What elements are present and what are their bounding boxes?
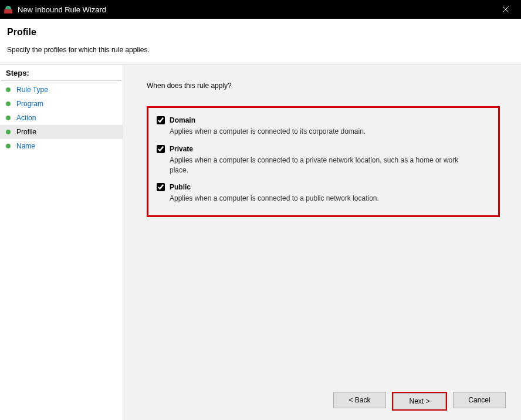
firewall-icon bbox=[4, 5, 13, 14]
bullet-icon bbox=[6, 87, 11, 92]
button-bar: < Back Next > Cancel bbox=[333, 392, 506, 411]
profile-options-box: Domain Applies when a computer is connec… bbox=[147, 106, 500, 217]
step-profile[interactable]: Profile bbox=[0, 125, 123, 139]
wizard-body: Steps: Rule Type Program Action Profile … bbox=[0, 65, 521, 420]
step-label: Rule Type bbox=[16, 86, 48, 94]
bullet-icon bbox=[6, 130, 11, 134]
wizard-header: Profile Specify the profiles for which t… bbox=[0, 19, 521, 65]
domain-label: Domain bbox=[170, 116, 195, 124]
profile-option-domain: Domain Applies when a computer is connec… bbox=[157, 116, 488, 137]
bullet-icon bbox=[6, 101, 11, 106]
public-label: Public bbox=[170, 183, 191, 191]
step-rule-type[interactable]: Rule Type bbox=[0, 83, 123, 97]
bullet-icon bbox=[6, 144, 11, 148]
page-subtitle: Specify the profiles for which this rule… bbox=[7, 46, 514, 54]
page-title: Profile bbox=[7, 27, 514, 38]
step-label: Action bbox=[16, 114, 36, 122]
next-button-highlight: Next > bbox=[392, 392, 447, 411]
private-desc: Applies when a computer is connected to … bbox=[170, 155, 469, 175]
window-title: New Inbound Rule Wizard bbox=[18, 5, 494, 14]
profile-option-private: Private Applies when a computer is conne… bbox=[157, 145, 488, 175]
back-button[interactable]: < Back bbox=[333, 392, 386, 408]
svg-point-2 bbox=[8, 7, 9, 9]
content-pane: When does this rule apply? Domain Applie… bbox=[123, 65, 521, 420]
public-desc: Applies when a computer is connected to … bbox=[170, 194, 469, 204]
private-checkbox[interactable] bbox=[157, 145, 165, 153]
public-checkbox[interactable] bbox=[157, 183, 165, 191]
steps-sidebar: Steps: Rule Type Program Action Profile … bbox=[0, 65, 123, 420]
close-button[interactable] bbox=[494, 0, 517, 19]
titlebar: New Inbound Rule Wizard bbox=[0, 0, 521, 19]
step-label: Name bbox=[16, 142, 35, 150]
private-label: Private bbox=[170, 145, 193, 153]
step-label: Program bbox=[16, 100, 43, 108]
profile-option-public: Public Applies when a computer is connec… bbox=[157, 183, 488, 204]
step-name[interactable]: Name bbox=[0, 139, 123, 153]
step-program[interactable]: Program bbox=[0, 97, 123, 111]
step-label: Profile bbox=[16, 128, 36, 136]
step-action[interactable]: Action bbox=[0, 111, 123, 125]
close-icon bbox=[503, 6, 509, 12]
steps-heading: Steps: bbox=[1, 66, 121, 80]
question-text: When does this rule apply? bbox=[147, 82, 500, 90]
svg-rect-0 bbox=[4, 9, 12, 13]
domain-checkbox[interactable] bbox=[157, 116, 165, 124]
next-button[interactable]: Next > bbox=[393, 393, 446, 409]
domain-desc: Applies when a computer is connected to … bbox=[170, 127, 469, 137]
cancel-button[interactable]: Cancel bbox=[453, 392, 506, 408]
bullet-icon bbox=[6, 116, 11, 120]
